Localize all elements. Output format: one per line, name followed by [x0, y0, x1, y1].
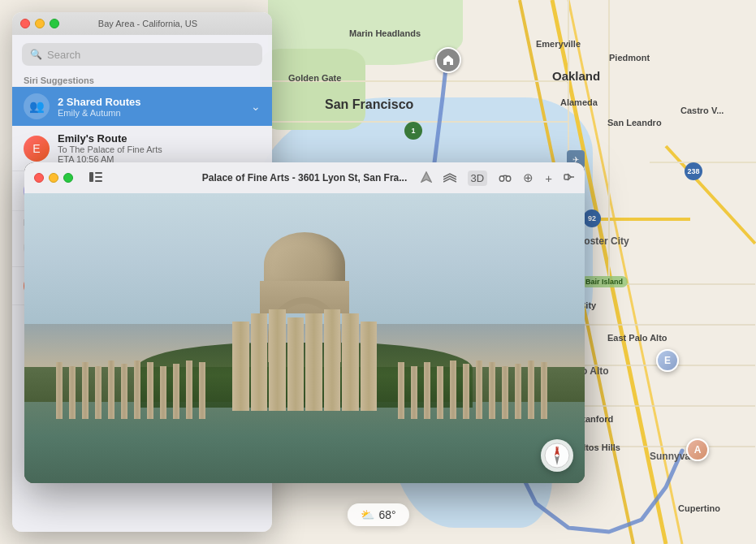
- home-pin[interactable]: [435, 47, 461, 73]
- compass-rose[interactable]: N: [541, 439, 573, 472]
- share-icon[interactable]: [564, 171, 575, 185]
- binoculars-icon[interactable]: [499, 171, 512, 185]
- chevron-icon: ⌄: [251, 100, 261, 113]
- svg-rect-17: [89, 172, 93, 182]
- svg-point-24: [500, 176, 503, 180]
- search-icon: 🔍: [30, 49, 42, 60]
- emily-route-destination: To The Palace of Fine Arts: [58, 145, 261, 154]
- svg-line-1: [568, 0, 682, 544]
- person-pin-emily[interactable]: E: [656, 349, 679, 372]
- palace-titlebar: Palace of Fine Arts - 3601 Lyon St, San …: [24, 162, 585, 193]
- navigate-icon[interactable]: [421, 171, 432, 185]
- svg-rect-19: [95, 176, 102, 178]
- emily-route-title: Emily's Route: [58, 132, 261, 145]
- palace-image: N: [24, 193, 585, 483]
- shared-routes-title: 2 Shared Routes: [58, 96, 243, 108]
- palace-window-title: Palace of Fine Arts - 3601 Lyon St, San …: [202, 172, 408, 183]
- highway-badge-92: 92: [583, 209, 601, 227]
- map-label-bair-island: Bair Island: [581, 276, 628, 287]
- shared-routes-subtitle: Emily & Autumn: [58, 108, 243, 118]
- svg-text:N: N: [555, 446, 559, 451]
- palace-maximize-button[interactable]: [63, 173, 73, 183]
- sidebar-titlebar: Bay Area - California, US: [12, 12, 272, 35]
- palace-dome-structure: [175, 232, 434, 411]
- svg-marker-21: [421, 172, 431, 182]
- search-bar[interactable]: 🔍 Search: [22, 43, 262, 66]
- svg-rect-18: [95, 172, 102, 174]
- add-icon[interactable]: +: [545, 171, 552, 185]
- weather-temperature: 68°: [378, 508, 395, 521]
- highway-badge-238: 238: [685, 162, 702, 180]
- svg-line-5: [666, 146, 755, 244]
- close-button[interactable]: [20, 19, 30, 28]
- palace-window: Palace of Fine Arts - 3601 Lyon St, San …: [24, 162, 585, 483]
- search-input[interactable]: Search: [47, 49, 80, 61]
- person-pin-autumn[interactable]: A: [686, 438, 709, 461]
- svg-rect-26: [564, 175, 568, 179]
- 3d-button[interactable]: 3D: [468, 171, 488, 186]
- titlebar-actions: 3D ⊕ +: [421, 171, 575, 186]
- weather-icon: ⛅: [360, 508, 374, 521]
- shared-routes-icon: 👥: [24, 93, 50, 119]
- emily-avatar: E: [24, 136, 50, 162]
- svg-point-25: [507, 176, 510, 180]
- palace-minimize-button[interactable]: [49, 173, 58, 183]
- siri-suggestions-label: Siri Suggestions: [12, 72, 272, 87]
- highway-badge-1: 1: [404, 122, 422, 140]
- weather-widget[interactable]: ⛅ 68°: [347, 503, 408, 526]
- palace-close-button[interactable]: [34, 173, 44, 183]
- sidebar-window-title: Bay Area - California, US: [32, 19, 264, 28]
- map-layers-icon[interactable]: [443, 171, 456, 185]
- favorite-circle-icon[interactable]: ⊕: [523, 171, 534, 185]
- shared-routes-item[interactable]: 👥 2 Shared Routes Emily & Autumn ⌄: [12, 87, 272, 126]
- sidebar-toggle-button[interactable]: [86, 171, 106, 186]
- svg-rect-20: [95, 180, 102, 182]
